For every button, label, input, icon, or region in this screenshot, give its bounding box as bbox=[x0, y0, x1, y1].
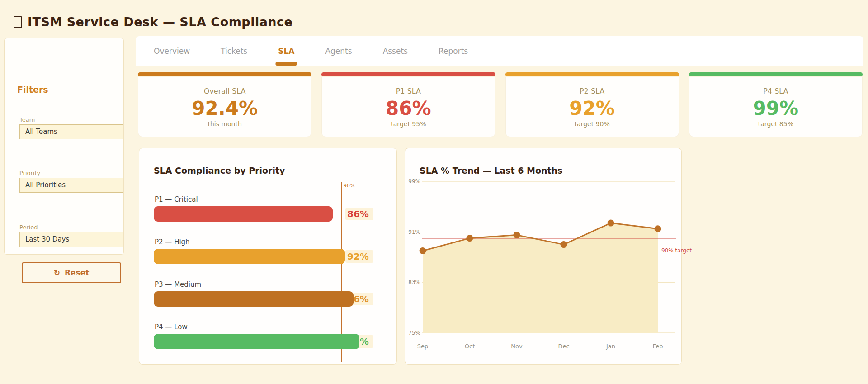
ytick-label: 91% bbox=[408, 229, 420, 235]
kpi-card-overall-sla: Overall SLA92.4%this month bbox=[138, 72, 311, 137]
bar-category-label: P1 — Critical bbox=[155, 195, 198, 204]
tab-reports[interactable]: Reports bbox=[437, 36, 470, 66]
kpi-accent-bar bbox=[689, 72, 863, 76]
tab-label: Tickets bbox=[221, 47, 247, 56]
reset-button[interactable]: ↻ Reset bbox=[22, 262, 121, 283]
xtick-label: Jan bbox=[606, 343, 615, 350]
refresh-icon: ↻ bbox=[54, 268, 60, 277]
period-filter-label: Period bbox=[19, 224, 38, 231]
tab-sla[interactable]: SLA bbox=[276, 36, 296, 66]
data-point-sep bbox=[420, 247, 426, 254]
kpi-value: 92.4% bbox=[192, 98, 258, 119]
page-title: ITSM Service Desk — SLA Compliance bbox=[14, 15, 292, 29]
kpi-accent-bar bbox=[505, 72, 679, 76]
kpi-card-p1-sla: P1 SLA86%target 95% bbox=[321, 72, 495, 137]
kpi-subtext: target 90% bbox=[575, 120, 610, 128]
trend-chart: 99%91%83%75%90% targetSepOctNovDecJanFeb bbox=[405, 148, 697, 365]
tab-label: Agents bbox=[325, 47, 352, 56]
kpi-accent-bar bbox=[138, 72, 311, 76]
kpi-subtext: this month bbox=[208, 120, 241, 128]
tab-label: SLA bbox=[278, 47, 294, 56]
xtick-label: Nov bbox=[511, 343, 523, 350]
kpi-value: 92% bbox=[569, 98, 615, 119]
kpi-row: Overall SLA92.4%this monthP1 SLA86%targe… bbox=[138, 72, 863, 137]
priority-filter-label: Priority bbox=[19, 170, 40, 176]
tab-label: Assets bbox=[383, 47, 408, 56]
bar-category-label: P3 — Medium bbox=[155, 280, 201, 289]
bar-category-label: P2 — High bbox=[155, 238, 190, 246]
reset-button-label: Reset bbox=[65, 268, 89, 277]
kpi-subtext: target 85% bbox=[758, 120, 793, 128]
bar-category-label: P4 — Low bbox=[155, 323, 188, 331]
kpi-accent-bar bbox=[321, 72, 495, 76]
data-point-jan bbox=[608, 220, 614, 227]
data-point-nov bbox=[514, 232, 520, 238]
kpi-value: 86% bbox=[386, 98, 431, 119]
bar-value-label: 86% bbox=[345, 208, 373, 220]
tab-label: Overview bbox=[154, 47, 190, 56]
kpi-card-body: P2 SLA92%target 90% bbox=[505, 77, 679, 137]
bar-chart-area: 90%P1 — Critical86%P2 — High92%P3 — Medi… bbox=[139, 148, 396, 364]
app-icon bbox=[14, 16, 22, 28]
tab-assets[interactable]: Assets bbox=[381, 36, 410, 66]
filters-panel: Filters Team All Teams Priority All Prio… bbox=[4, 38, 124, 255]
data-point-feb bbox=[655, 225, 661, 232]
xtick-label: Sep bbox=[417, 343, 429, 350]
tab-tickets[interactable]: Tickets bbox=[219, 36, 249, 66]
ytick-label: 83% bbox=[408, 279, 420, 285]
target-line-label: 90% bbox=[344, 183, 354, 189]
kpi-card-p4-sla: P4 SLA99%target 85% bbox=[689, 72, 863, 137]
tab-agents[interactable]: Agents bbox=[323, 36, 354, 66]
ytick-label: 99% bbox=[408, 178, 420, 185]
period-filter-select[interactable]: Last 30 Days bbox=[19, 232, 123, 247]
priority-filter-select[interactable]: All Priorities bbox=[19, 178, 123, 193]
bar-p3[interactable] bbox=[154, 291, 354, 307]
page-title-text: ITSM Service Desk — SLA Compliance bbox=[28, 15, 292, 29]
bar-p1[interactable] bbox=[154, 206, 333, 222]
team-filter-select[interactable]: All Teams bbox=[19, 124, 123, 139]
xtick-label: Dec bbox=[558, 343, 569, 350]
bar-value-label: 92% bbox=[345, 250, 373, 263]
filters-heading: Filters bbox=[17, 85, 48, 95]
active-tab-underline bbox=[276, 62, 297, 66]
sla-by-priority-panel: SLA Compliance by Priority 90%P1 — Criti… bbox=[139, 148, 397, 365]
tab-bar: OverviewTicketsSLAAgentsAssetsReports bbox=[136, 36, 863, 66]
bar-p4[interactable] bbox=[154, 334, 359, 349]
ytick-label: 75% bbox=[408, 330, 420, 336]
bar-p2[interactable] bbox=[154, 249, 345, 264]
data-point-dec bbox=[561, 241, 567, 248]
kpi-card-p2-sla: P2 SLA92%target 90% bbox=[505, 72, 679, 137]
kpi-card-body: Overall SLA92.4%this month bbox=[138, 77, 311, 137]
data-point-oct bbox=[467, 235, 473, 242]
sla-trend-panel: SLA % Trend — Last 6 Months 99%91%83%75%… bbox=[405, 148, 682, 365]
kpi-subtext: target 95% bbox=[391, 120, 426, 128]
tab-label: Reports bbox=[439, 47, 468, 56]
kpi-label: P4 SLA bbox=[763, 87, 788, 95]
kpi-label: P1 SLA bbox=[396, 87, 421, 95]
kpi-card-body: P1 SLA86%target 95% bbox=[321, 77, 495, 137]
kpi-label: Overall SLA bbox=[204, 87, 246, 95]
team-filter-label: Team bbox=[19, 116, 35, 123]
xtick-label: Oct bbox=[465, 343, 475, 350]
kpi-value: 99% bbox=[753, 98, 799, 119]
kpi-label: P2 SLA bbox=[580, 87, 604, 95]
target-line-label: 90% target bbox=[661, 247, 692, 254]
tab-overview[interactable]: Overview bbox=[152, 36, 192, 66]
xtick-label: Feb bbox=[652, 343, 663, 350]
kpi-card-body: P4 SLA99%target 85% bbox=[689, 77, 863, 137]
